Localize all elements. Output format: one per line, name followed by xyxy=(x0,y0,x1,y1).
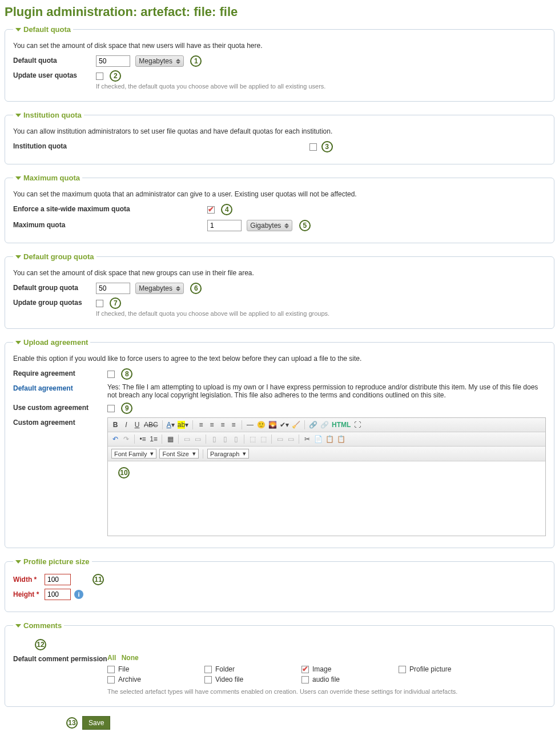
clear-format-icon[interactable]: 🧹 xyxy=(292,421,300,429)
comment-option-image: Image xyxy=(301,665,399,673)
fullscreen-icon[interactable]: ⛶ xyxy=(353,421,361,429)
label-use-custom-agreement: Use custom agreement xyxy=(13,403,107,412)
select-none-link[interactable]: None xyxy=(122,654,139,662)
comment-label: File xyxy=(118,665,129,673)
underline-icon[interactable]: U xyxy=(133,421,141,429)
group-quota-input[interactable] xyxy=(96,283,130,294)
paste-icon[interactable]: 📋 xyxy=(325,435,334,443)
comment-checkbox-folder[interactable] xyxy=(204,666,212,673)
row-before-icon[interactable]: ▭ xyxy=(183,435,191,443)
italic-icon[interactable]: I xyxy=(122,421,130,429)
link-icon[interactable]: 🔗 xyxy=(309,421,317,429)
label-default-agreement[interactable]: Default agreement xyxy=(13,383,107,392)
table-icon[interactable]: ▦ xyxy=(166,435,174,443)
default-quota-input[interactable] xyxy=(96,55,130,67)
comment-checkbox-image[interactable] xyxy=(301,666,309,673)
upload-agreement-desc: Enable this option if you would like to … xyxy=(13,355,546,363)
comment-option-folder: Folder xyxy=(204,665,301,673)
update-user-quotas-checkbox[interactable] xyxy=(96,73,103,80)
hr-icon[interactable]: — xyxy=(246,421,254,429)
label-width: Width * xyxy=(13,576,45,584)
col-after-icon[interactable]: ▯ xyxy=(221,435,229,443)
align-left-icon[interactable]: ≡ xyxy=(197,421,205,429)
institution-quota-checkbox[interactable] xyxy=(309,143,317,151)
align-right-icon[interactable]: ≡ xyxy=(219,421,227,429)
chevron-down-icon xyxy=(15,624,21,628)
label-enforce-max: Enforce a site-wide maximum quota xyxy=(13,204,207,213)
update-group-quotas-checkbox[interactable] xyxy=(96,300,103,307)
comment-label: Archive xyxy=(118,675,141,683)
row-props-icon[interactable]: ▭ xyxy=(276,435,284,443)
comment-checkbox-video-file[interactable] xyxy=(204,676,212,683)
editor-toolbar-row1: B I U ABC A▾ ab▾ ≡ ≡ ≡ ≡ — 🙂 🌄 ✔▾ xyxy=(108,418,545,432)
bold-icon[interactable]: B xyxy=(111,421,119,429)
legend-profile-picture[interactable]: Profile picture size xyxy=(13,557,92,566)
use-custom-agreement-checkbox[interactable] xyxy=(107,405,115,412)
redo-icon[interactable]: ↷ xyxy=(122,435,130,443)
chevron-down-icon xyxy=(15,176,21,180)
row-after-icon[interactable]: ▭ xyxy=(194,435,202,443)
require-agreement-checkbox[interactable] xyxy=(107,371,115,378)
rich-text-editor: B I U ABC A▾ ab▾ ≡ ≡ ≡ ≡ — 🙂 🌄 ✔▾ xyxy=(107,417,546,536)
save-button[interactable]: Save xyxy=(82,716,110,730)
cell-props-icon[interactable]: ▭ xyxy=(287,435,295,443)
font-size-select[interactable]: Font Size▾ xyxy=(159,449,198,459)
comment-option-profile-picture: Profile picture xyxy=(399,665,496,673)
cut-icon[interactable]: ✂ xyxy=(303,435,311,443)
comment-checkbox-profile-picture[interactable] xyxy=(399,666,406,673)
legend-comments[interactable]: Comments xyxy=(13,621,64,630)
legend-default-quota[interactable]: Default quota xyxy=(13,25,73,34)
maximum-quota-desc: You can set the maximum quota that an ad… xyxy=(13,190,546,198)
max-quota-unit-select[interactable]: Gigabytes xyxy=(247,220,292,231)
legend-maximum-quota[interactable]: Maximum quota xyxy=(13,174,82,182)
comment-label: Video file xyxy=(215,675,243,683)
merge-icon[interactable]: ⬚ xyxy=(248,435,256,443)
undo-icon[interactable]: ↶ xyxy=(111,435,119,443)
html-icon[interactable]: HTML xyxy=(332,421,351,429)
comment-checkbox-audio-file[interactable] xyxy=(301,676,309,683)
paste-word-icon[interactable]: 📋 xyxy=(337,435,345,443)
highlight-icon[interactable]: ab▾ xyxy=(178,421,188,429)
split-icon[interactable]: ⬚ xyxy=(259,435,267,443)
spellcheck-icon[interactable]: ✔▾ xyxy=(280,421,289,429)
legend-default-group-quota[interactable]: Default group quota xyxy=(13,252,96,261)
image-icon[interactable]: 🌄 xyxy=(268,421,277,429)
legend-upload-agreement[interactable]: Upload agreement xyxy=(13,338,90,347)
number-list-icon[interactable]: 1≡ xyxy=(150,435,158,443)
annotation-7: 7 xyxy=(110,297,121,309)
comment-label: audio file xyxy=(312,675,340,683)
strike-icon[interactable]: ABC xyxy=(144,421,158,429)
comment-checkbox-file[interactable] xyxy=(107,666,115,673)
comment-option-audio-file: audio file xyxy=(301,675,399,683)
annotation-1: 1 xyxy=(190,55,202,67)
fieldset-default-group-quota: Default group quota You can set the amou… xyxy=(5,252,554,329)
legend-institution-quota[interactable]: Institution quota xyxy=(13,111,84,119)
label-max-quota: Maximum quota xyxy=(13,220,207,229)
group-quota-unit-select[interactable]: Megabytes xyxy=(135,283,184,294)
max-quota-input[interactable] xyxy=(207,220,242,231)
emoticon-icon[interactable]: 🙂 xyxy=(257,421,266,429)
col-before-icon[interactable]: ▯ xyxy=(210,435,218,443)
font-family-select[interactable]: Font Family▾ xyxy=(111,449,156,459)
enforce-max-checkbox[interactable] xyxy=(207,206,215,214)
chevron-down-icon xyxy=(15,255,21,259)
info-icon[interactable]: i xyxy=(74,590,83,599)
label-custom-agreement: Custom agreement xyxy=(13,417,107,427)
chevron-down-icon xyxy=(15,114,21,117)
comment-checkbox-archive[interactable] xyxy=(107,676,115,683)
fieldset-institution-quota: Institution quota You can allow institut… xyxy=(5,111,554,164)
copy-icon[interactable]: 📄 xyxy=(314,435,323,443)
unlink-icon[interactable]: 🔗 xyxy=(320,421,329,429)
align-justify-icon[interactable]: ≡ xyxy=(230,421,238,429)
align-center-icon[interactable]: ≡ xyxy=(208,421,216,429)
font-color-icon[interactable]: A▾ xyxy=(167,421,175,429)
select-all-link[interactable]: All xyxy=(107,654,116,662)
editor-content-area[interactable]: 10 xyxy=(108,461,545,536)
height-input[interactable] xyxy=(45,589,71,600)
delete-col-icon[interactable]: ▯ xyxy=(232,435,240,443)
bullet-list-icon[interactable]: •≡ xyxy=(139,435,147,443)
default-quota-unit-select[interactable]: Megabytes xyxy=(135,55,184,67)
annotation-11: 11 xyxy=(93,574,104,585)
width-input[interactable] xyxy=(45,574,71,585)
paragraph-format-select[interactable]: Paragraph▾ xyxy=(207,449,249,459)
